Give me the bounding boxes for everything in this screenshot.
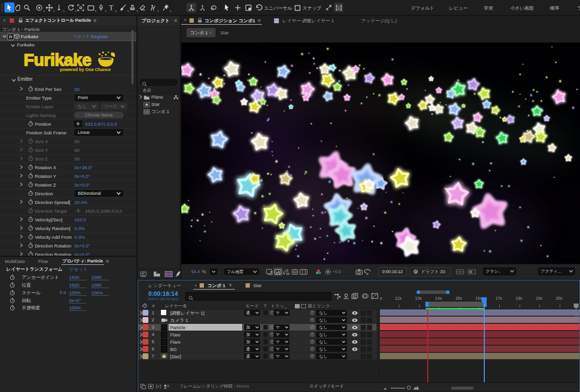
svg-text:powered by One Chance: powered by One Chance	[60, 67, 111, 72]
svg-text:Furikake: Furikake	[24, 50, 91, 69]
